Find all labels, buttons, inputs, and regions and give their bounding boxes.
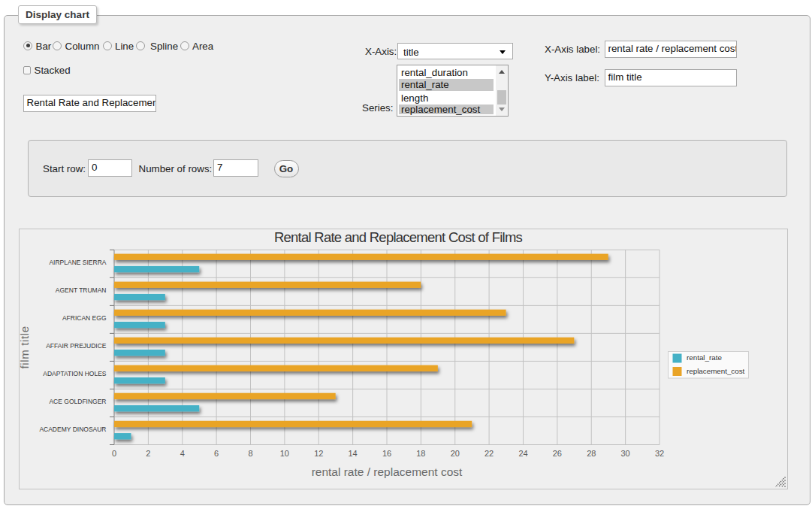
svg-text:rental rate / replacement cost: rental rate / replacement cost <box>311 465 462 478</box>
svg-text:AFRICAN EGG: AFRICAN EGG <box>62 314 106 322</box>
svg-text:film title: film title <box>20 326 31 368</box>
svg-text:14: 14 <box>348 449 357 458</box>
svg-text:ADAPTATION HOLES: ADAPTATION HOLES <box>43 370 107 377</box>
svg-text:2: 2 <box>146 449 150 458</box>
svg-text:18: 18 <box>416 449 425 458</box>
svg-text:22: 22 <box>484 449 493 458</box>
svg-text:10: 10 <box>279 449 288 458</box>
svg-text:0: 0 <box>111 449 116 458</box>
svg-text:30: 30 <box>620 449 629 458</box>
svg-text:Rental Rate and Replacement Co: Rental Rate and Replacement Cost of Film… <box>273 229 522 245</box>
svg-text:4: 4 <box>180 449 184 458</box>
svg-text:26: 26 <box>552 449 561 458</box>
svg-text:28: 28 <box>587 449 596 458</box>
svg-text:6: 6 <box>214 449 219 458</box>
svg-text:AFFAIR PREJUDICE: AFFAIR PREJUDICE <box>46 342 107 350</box>
svg-text:24: 24 <box>518 449 527 458</box>
svg-text:12: 12 <box>314 449 323 458</box>
svg-text:replacement_cost: replacement_cost <box>687 367 745 375</box>
svg-text:AGENT TRUMAN: AGENT TRUMAN <box>55 286 106 294</box>
svg-text:8: 8 <box>248 449 252 458</box>
svg-text:ACADEMY DINOSAUR: ACADEMY DINOSAUR <box>39 426 106 433</box>
svg-text:AIRPLANE SIERRA: AIRPLANE SIERRA <box>49 259 106 266</box>
svg-text:32: 32 <box>654 449 663 458</box>
svg-text:16: 16 <box>382 449 391 458</box>
svg-text:rental_rate: rental_rate <box>687 353 722 362</box>
svg-text:20: 20 <box>450 449 459 458</box>
svg-text:ACE GOLDFINGER: ACE GOLDFINGER <box>49 398 106 405</box>
